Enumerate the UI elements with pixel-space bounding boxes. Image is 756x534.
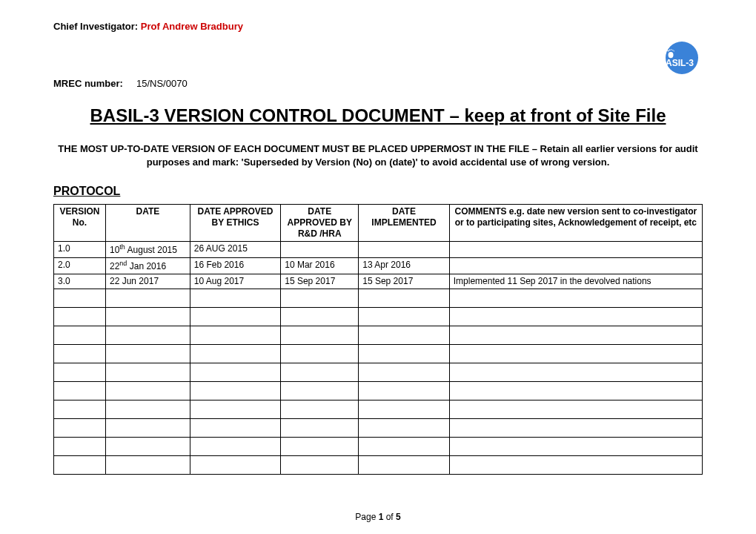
empty-cell (106, 438, 190, 456)
cell-rnd (281, 242, 359, 258)
table-row (54, 363, 703, 382)
table-row (54, 438, 703, 456)
cell-ethics: 10 Aug 2017 (190, 274, 281, 289)
svg-point-4 (672, 50, 673, 50)
col-ethics: DATE APPROVED BY ETHICS (190, 205, 281, 242)
empty-cell (54, 400, 106, 419)
chief-investigator-label: Chief Investigator: (53, 21, 141, 32)
empty-cell (54, 456, 106, 475)
empty-cell (281, 363, 359, 382)
col-implemented: DATE IMPLEMENTED (359, 205, 450, 242)
empty-cell (281, 400, 359, 419)
empty-cell (106, 382, 190, 400)
cell-ethics: 16 Feb 2016 (190, 258, 281, 274)
page-footer: Page 1 of 5 (0, 512, 756, 522)
empty-cell (449, 308, 702, 326)
empty-cell (449, 438, 702, 456)
empty-cell (281, 419, 359, 438)
empty-cell (190, 308, 281, 326)
foot-icon (666, 48, 676, 59)
empty-cell (54, 438, 106, 456)
table-row (54, 400, 703, 419)
page-total: 5 (396, 512, 401, 522)
svg-point-3 (671, 49, 672, 50)
empty-cell (449, 456, 702, 475)
table-row (54, 345, 703, 363)
empty-cell (106, 400, 190, 419)
empty-cell (190, 289, 281, 308)
table-row: 2.022nd Jan 201616 Feb 201610 Mar 201613… (54, 258, 703, 274)
empty-cell (359, 438, 450, 456)
empty-cell (449, 382, 702, 400)
document-title: BASIL-3 VERSION CONTROL DOCUMENT – keep … (53, 105, 703, 126)
empty-cell (359, 456, 450, 475)
cell-date: 22nd Jan 2016 (106, 258, 190, 274)
cell-implemented (359, 242, 450, 258)
empty-cell (54, 308, 106, 326)
empty-cell (359, 363, 450, 382)
table-row (54, 419, 703, 438)
table-row (54, 289, 703, 308)
empty-cell (281, 326, 359, 345)
empty-cell (190, 382, 281, 400)
empty-cell (190, 326, 281, 345)
empty-cell (449, 400, 702, 419)
empty-cell (281, 345, 359, 363)
table-row (54, 456, 703, 475)
section-protocol: PROTOCOL (53, 185, 703, 198)
cell-date: 10th August 2015 (106, 242, 190, 258)
empty-cell (190, 419, 281, 438)
cell-rnd: 15 Sep 2017 (281, 274, 359, 289)
empty-cell (190, 345, 281, 363)
logo-text: ASIL-3 (666, 58, 694, 68)
empty-cell (54, 326, 106, 345)
table-row (54, 326, 703, 345)
empty-cell (281, 456, 359, 475)
table-row: 3.022 Jun 201710 Aug 201715 Sep 201715 S… (54, 274, 703, 289)
empty-cell (359, 308, 450, 326)
empty-cell (359, 382, 450, 400)
table-row (54, 308, 703, 326)
empty-cell (449, 419, 702, 438)
empty-cell (281, 382, 359, 400)
col-comments: COMMENTS e.g. date new version sent to c… (449, 205, 702, 242)
cell-rnd: 10 Mar 2016 (281, 258, 359, 274)
svg-point-1 (668, 50, 669, 52)
cell-implemented: 13 Apr 2016 (359, 258, 450, 274)
cell-comments (449, 258, 702, 274)
page-word: Page (355, 512, 378, 522)
empty-cell (281, 289, 359, 308)
basil3-logo: ASIL-3 (666, 42, 698, 74)
empty-cell (359, 326, 450, 345)
cell-version: 1.0 (54, 242, 106, 258)
cell-version: 2.0 (54, 258, 106, 274)
empty-cell (106, 289, 190, 308)
empty-cell (281, 438, 359, 456)
empty-cell (190, 363, 281, 382)
chief-investigator: Chief Investigator: Prof Andrew Bradbury (53, 21, 703, 32)
empty-cell (54, 419, 106, 438)
empty-cell (54, 345, 106, 363)
empty-cell (449, 363, 702, 382)
mrec-label: MREC number: (53, 78, 123, 89)
empty-cell (449, 345, 702, 363)
empty-cell (281, 308, 359, 326)
empty-cell (106, 363, 190, 382)
col-version: VERSION No. (54, 205, 106, 242)
chief-investigator-name: Prof Andrew Bradbury (141, 21, 243, 32)
instructions-text: THE MOST UP-TO-DATE VERSION OF EACH DOCU… (58, 142, 698, 168)
empty-cell (106, 456, 190, 475)
table-row (54, 382, 703, 400)
mrec-number: MREC number: 15/NS/0070 (53, 78, 703, 89)
cell-comments: Implemented 11 Sep 2017 in the devolved … (449, 274, 702, 289)
empty-cell (54, 382, 106, 400)
empty-cell (359, 345, 450, 363)
cell-version: 3.0 (54, 274, 106, 289)
empty-cell (359, 400, 450, 419)
empty-cell (106, 308, 190, 326)
col-rnd: DATE APPROVED BY R&D /HRA (281, 205, 359, 242)
page-of: of (383, 512, 396, 522)
table-row: 1.010th August 201526 AUG 2015 (54, 242, 703, 258)
empty-cell (54, 363, 106, 382)
cell-comments (449, 242, 702, 258)
